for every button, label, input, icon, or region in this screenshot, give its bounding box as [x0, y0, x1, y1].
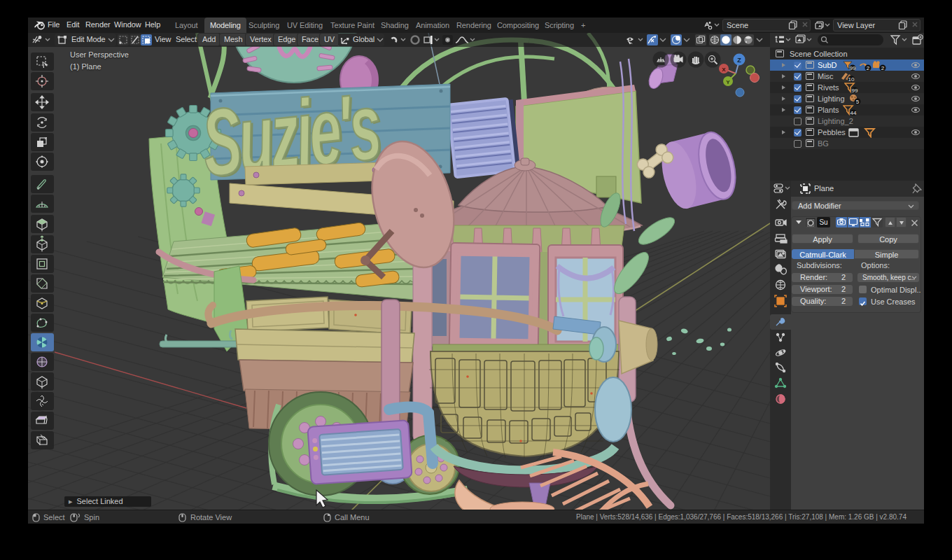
svg-text:99: 99	[852, 88, 858, 93]
svg-text:2: 2	[867, 65, 870, 71]
svg-text:5: 5	[856, 99, 860, 104]
svg-text:2: 2	[881, 65, 885, 71]
svg-text:44: 44	[850, 110, 857, 115]
svg-text:X: X	[722, 66, 726, 73]
svg-text:99: 99	[850, 65, 856, 71]
svg-text:Z: Z	[737, 57, 741, 64]
svg-text:10: 10	[848, 76, 855, 82]
svg-text:Y: Y	[726, 79, 730, 85]
